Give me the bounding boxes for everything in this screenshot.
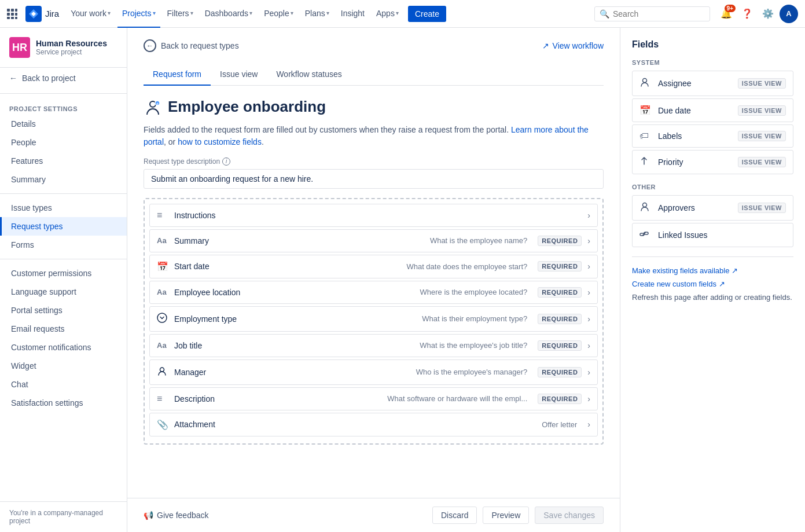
form-fields-container: ≡ Instructions › Aa Summary What is the … [144, 198, 604, 445]
svg-rect-4 [11, 13, 14, 16]
discard-button[interactable]: Discard [432, 507, 477, 524]
right-panel-field-approvers[interactable]: Approvers ISSUE VIEW [632, 195, 793, 221]
page-title: Employee onboarding [168, 98, 326, 116]
field-row-attachment[interactable]: 📎 Attachment Offer letter › [149, 413, 598, 436]
tab-workflow-statuses[interactable]: Workflow statuses [267, 64, 351, 86]
tabs: Request form Issue view Workflow statuse… [144, 64, 604, 86]
right-panel-field-due-date[interactable]: 📅 Due date ISSUE VIEW [632, 98, 793, 122]
required-badge-employment-type: REQUIRED [538, 314, 582, 324]
field-row-employment-type[interactable]: Employment type What is their employment… [149, 306, 598, 332]
create-button[interactable]: Create [408, 6, 446, 22]
chevron-icon: › [587, 236, 590, 245]
field-row-description[interactable]: ≡ Description What software or hardware … [149, 387, 598, 410]
help-button[interactable]: ❓ [738, 5, 756, 23]
app-layout: HR Human Resources Service project ← Bac… [0, 28, 805, 532]
sidebar-item-summary[interactable]: Summary [0, 170, 127, 189]
sidebar-item-issue-types[interactable]: Issue types [0, 199, 127, 217]
chevron-icon: › [587, 314, 590, 324]
sidebar-item-widget[interactable]: Widget [0, 357, 127, 375]
nav-filters[interactable]: Filters▾ [163, 0, 198, 28]
right-panel-note: Refresh this page after adding or creati… [632, 293, 793, 302]
field-row-job-title[interactable]: Aa Job title What is the employee's job … [149, 334, 598, 357]
search-input[interactable] [613, 9, 705, 19]
svg-point-13 [160, 368, 164, 372]
customize-fields-link[interactable]: how to customize fields [178, 137, 262, 146]
avatar[interactable]: A [780, 5, 798, 23]
field-hint-job-title: What is the employee's job title? [261, 341, 527, 350]
tab-request-form[interactable]: Request form [144, 64, 211, 86]
sidebar-item-language-support[interactable]: Language support [0, 282, 127, 301]
assignee-icon [639, 77, 652, 90]
right-panel-title: Fields [632, 39, 793, 50]
sidebar-item-forms[interactable]: Forms [0, 236, 127, 254]
back-to-project-link[interactable]: ← Back to project [0, 68, 127, 89]
chevron-icon: › [587, 394, 590, 403]
labels-badge: ISSUE VIEW [738, 131, 786, 141]
field-hint-employee-location: Where is the employee located? [261, 288, 527, 296]
sidebar-section-title: Project settings [0, 98, 127, 115]
sidebar-item-chat[interactable]: Chat [0, 375, 127, 394]
sidebar-item-request-types[interactable]: Request types [0, 217, 127, 236]
employee-location-icon: Aa [157, 288, 168, 296]
due-date-name: Due date [658, 106, 732, 115]
nav-projects[interactable]: Projects▾ [117, 0, 160, 28]
field-row-start-date[interactable]: 📅 Start date What date does the employee… [149, 255, 598, 278]
field-name-employment-type: Employment type [174, 314, 255, 324]
sidebar-item-customer-notifications[interactable]: Customer notifications [0, 338, 127, 357]
right-panel-field-assignee[interactable]: Assignee ISSUE VIEW [632, 71, 793, 96]
other-section-title: Other [632, 184, 793, 190]
right-panel-field-priority[interactable]: Priority ISSUE VIEW [632, 150, 793, 174]
sidebar-item-satisfaction-settings[interactable]: Satisfaction settings [0, 394, 127, 412]
linked-issues-icon [639, 229, 652, 241]
chevron-icon: › [587, 368, 590, 377]
sidebar-item-details[interactable]: Details [0, 115, 127, 133]
svg-point-14 [643, 79, 647, 83]
field-row-manager[interactable]: Manager Who is the employee's manager? R… [149, 359, 598, 385]
tab-issue-view[interactable]: Issue view [211, 64, 267, 86]
field-name-instructions: Instructions [174, 211, 255, 220]
search-bar[interactable]: 🔍 [594, 6, 710, 21]
request-type-description-input[interactable] [144, 169, 604, 189]
back-to-request-types-link[interactable]: ← Back to request types [144, 39, 239, 52]
save-changes-button[interactable]: Save changes [535, 507, 604, 524]
approvers-name: Approvers [658, 203, 732, 212]
nav-people[interactable]: People▾ [259, 0, 298, 28]
field-row-instructions[interactable]: ≡ Instructions › [149, 204, 598, 227]
field-row-summary[interactable]: Aa Summary What is the employee name? RE… [149, 229, 598, 252]
right-panel-field-linked-issues[interactable]: Linked Issues [632, 223, 793, 247]
nav-insight[interactable]: Insight [336, 0, 369, 28]
field-name-start-date: Start date [174, 262, 255, 271]
jira-logo[interactable]: Jira [25, 6, 59, 22]
bottom-bar: 📢 Give feedback Discard Preview Save cha… [127, 498, 620, 532]
create-custom-fields-link[interactable]: Create new custom fields ↗ [632, 280, 793, 288]
sidebar-footer: You're in a company-managed project [0, 501, 127, 532]
required-badge-manager: REQUIRED [538, 367, 582, 377]
required-badge-job-title: REQUIRED [538, 340, 582, 351]
sidebar-item-features[interactable]: Features [0, 152, 127, 170]
right-panel-field-labels[interactable]: 🏷 Labels ISSUE VIEW [632, 124, 793, 148]
nav-dashboards[interactable]: Dashboards▾ [200, 0, 258, 28]
notifications-button[interactable]: 🔔9+ [717, 5, 736, 23]
sidebar-item-email-requests[interactable]: Email requests [0, 320, 127, 338]
workflow-icon: ↗ [542, 41, 549, 50]
employment-type-icon [157, 313, 168, 325]
nav-your-work[interactable]: Your work▾ [66, 0, 115, 28]
sidebar-item-customer-permissions[interactable]: Customer permissions [0, 264, 127, 282]
field-hint-manager: Who is the employee's manager? [261, 368, 527, 376]
field-name-attachment: Attachment [174, 420, 255, 429]
sidebar-item-portal-settings[interactable]: Portal settings [0, 301, 127, 320]
view-workflow-button[interactable]: ↗ View workflow [542, 41, 604, 50]
give-feedback-button[interactable]: 📢 Give feedback [144, 511, 209, 520]
svg-rect-6 [7, 17, 10, 19]
field-row-employee-location[interactable]: Aa Employee location Where is the employ… [149, 281, 598, 304]
chevron-icon: › [587, 288, 590, 297]
nav-apps[interactable]: Apps▾ [372, 0, 403, 28]
grid-icon[interactable] [7, 7, 21, 21]
sidebar-item-people[interactable]: People [0, 133, 127, 152]
make-fields-available-link[interactable]: Make existing fields available ↗ [632, 266, 793, 275]
field-name-employee-location: Employee location [174, 288, 255, 297]
nav-plans[interactable]: Plans▾ [300, 0, 334, 28]
settings-button[interactable]: ⚙️ [759, 5, 777, 23]
preview-button[interactable]: Preview [483, 507, 529, 524]
main-content: ← Back to request types ↗ View workflow … [127, 28, 620, 532]
